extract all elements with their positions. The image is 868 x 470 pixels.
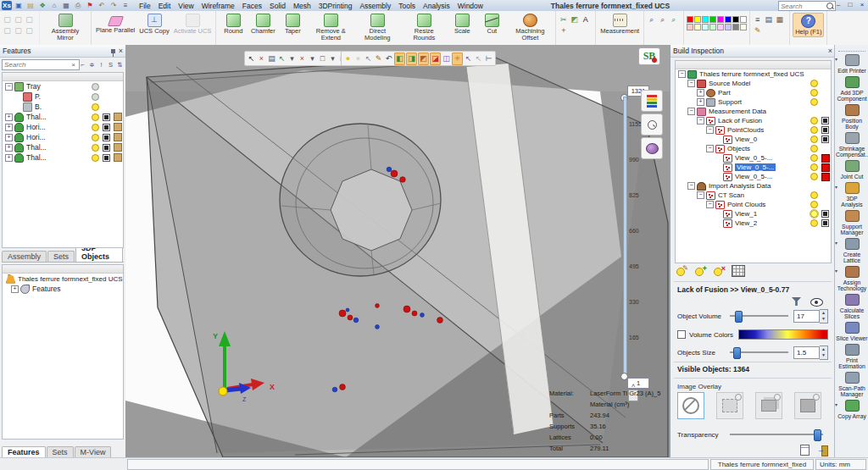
inspection-tree-item-view-1[interactable]: View_1 xyxy=(676,209,831,218)
color-swatch[interactable] xyxy=(821,154,830,163)
feature-select-icon[interactable]: ↖ xyxy=(277,53,287,64)
text-icon[interactable]: A xyxy=(581,15,590,25)
visibility-bulb-icon[interactable] xyxy=(810,201,818,208)
visibility-bulb-icon[interactable] xyxy=(810,145,818,152)
undo-icon[interactable]: ↶ xyxy=(97,1,107,10)
sidebar-handle[interactable] xyxy=(838,46,865,52)
redo-icon[interactable]: ↷ xyxy=(108,1,119,10)
color-swatch-6[interactable] xyxy=(732,16,739,23)
cut-icon[interactable]: ▢ xyxy=(25,15,34,25)
inspection-tree-item-view-0[interactable]: View_0 xyxy=(676,135,831,144)
display-mode-checkbox[interactable] xyxy=(821,210,829,218)
display-mode-checkbox[interactable] xyxy=(821,135,829,143)
sidebar-item-create-lattice[interactable]: ▾Create Lattice xyxy=(835,237,868,263)
feature-tree-item-hori[interactable]: +Hori... xyxy=(3,122,123,132)
tree-icon[interactable]: ❖ xyxy=(37,1,47,10)
ribbon-button-machining-offset[interactable]: Machining Offset xyxy=(507,13,553,42)
display-mode-checkbox[interactable] xyxy=(821,117,829,124)
undo-view-icon[interactable]: ↶ xyxy=(384,53,393,64)
menu-window[interactable]: Window xyxy=(458,2,483,10)
menu-3dprinting[interactable]: 3DPrinting xyxy=(319,2,353,10)
tab-sets[interactable]: Sets xyxy=(47,446,74,457)
expand-icon[interactable]: + xyxy=(5,113,13,121)
ribbon-button-round[interactable]: Round xyxy=(219,13,248,36)
ribbon-button-remove-extend[interactable]: Remove & Extend xyxy=(308,13,353,42)
filter-support-icon[interactable]: ◨ xyxy=(406,53,417,65)
box-select-icon[interactable]: □ xyxy=(318,53,327,64)
sidebar-item-assign-technology[interactable]: ▾Assign Technology xyxy=(835,265,868,291)
visibility-bulb-icon[interactable] xyxy=(810,163,818,171)
point-cloud-settings-button[interactable] xyxy=(641,137,663,159)
collapse-icon[interactable]: − xyxy=(678,70,686,78)
visibility-bulb-icon[interactable] xyxy=(92,113,99,121)
visibility-bulb-icon[interactable] xyxy=(92,83,99,91)
pin-icon[interactable] xyxy=(111,49,115,53)
select-cursor-icon[interactable]: ↖ xyxy=(247,53,256,64)
bulb-on-icon[interactable]: ● xyxy=(343,53,353,64)
expand-icon[interactable]: + xyxy=(11,285,19,293)
close-button[interactable]: × xyxy=(858,0,866,10)
report-icon[interactable] xyxy=(800,445,810,456)
feature-tree-item-hori[interactable]: +Hori... xyxy=(3,132,123,142)
menu-wireframe[interactable]: Wireframe xyxy=(202,2,235,10)
dropdown-icon[interactable]: ▾ xyxy=(328,53,337,64)
overlay-slice-button[interactable] xyxy=(716,392,743,419)
color-swatch-0[interactable] xyxy=(687,16,693,23)
overlay-solid-button[interactable] xyxy=(794,392,821,419)
sidebar-item-joint-cut[interactable]: Joint Cut xyxy=(835,159,868,180)
filter-funnel-icon[interactable] xyxy=(792,297,801,306)
filter-mesh-icon[interactable]: ◪ xyxy=(430,53,441,65)
visibility-eye-icon[interactable] xyxy=(810,298,823,307)
ribbon-button-resize-rounds[interactable]: Resize Rounds xyxy=(401,13,447,42)
visibility-bulb-icon[interactable] xyxy=(810,126,818,134)
objects-tree-features[interactable]: + Features xyxy=(3,284,123,294)
expand-icon[interactable]: + xyxy=(5,134,13,141)
dropdown-icon[interactable]: ▾ xyxy=(308,53,317,64)
close-panel-icon[interactable]: × xyxy=(828,47,832,55)
inspection-tree-item-pointclouds[interactable]: −PointClouds xyxy=(676,125,831,135)
color-swatch[interactable] xyxy=(821,163,830,172)
home-icon[interactable]: ⌂ xyxy=(49,1,59,10)
sidebar-item-shrinkage-compensat[interactable]: Shrinkage Compensat... xyxy=(835,131,868,158)
visibility-bulb-icon[interactable] xyxy=(810,135,818,143)
zoom-out-icon[interactable]: ⌕ xyxy=(658,15,667,25)
show-only-icon[interactable]: ↖ xyxy=(364,53,373,64)
color-swatch-3[interactable] xyxy=(709,16,716,23)
inspection-tree-item-support[interactable]: +Support xyxy=(676,97,831,107)
copy-icon[interactable]: ▢ xyxy=(14,15,23,25)
object-box-icon[interactable] xyxy=(114,153,122,162)
visibility-bulb-icon[interactable] xyxy=(810,98,818,106)
volume-colors-checkbox[interactable] xyxy=(677,330,686,339)
texture-icon[interactable]: ▦ xyxy=(775,15,784,25)
view-layers-button[interactable] xyxy=(641,90,663,112)
inspection-tree-item-import-analysis-data[interactable]: −Import Analysis Data xyxy=(676,181,831,191)
edit-visibility-button[interactable]: ✎ xyxy=(676,266,687,277)
print-icon[interactable]: ⎙ xyxy=(73,1,83,10)
display-mode-checkbox[interactable] xyxy=(103,144,110,152)
save-icon[interactable]: ▣ xyxy=(14,1,24,10)
undo-icon[interactable]: ▢ xyxy=(14,26,23,36)
inspection-tree-item-view-0-5[interactable]: View_0_5-... xyxy=(676,163,831,172)
paste-icon[interactable]: ▢ xyxy=(3,15,12,25)
notebook-icon[interactable]: ▤ xyxy=(267,53,276,64)
color-swatch-14[interactable] xyxy=(732,24,739,30)
line-style-icon[interactable]: ≡ xyxy=(753,15,762,25)
window-icon[interactable]: ▦ xyxy=(61,1,71,10)
display-mode-checkbox[interactable] xyxy=(103,124,110,131)
inspection-tree-item-part[interactable]: +Part xyxy=(676,88,831,97)
sb-stamp-badge[interactable]: SB xyxy=(638,47,660,65)
visibility-bulb-icon[interactable] xyxy=(92,103,99,111)
inspection-tree-item-objects[interactable]: −Objects xyxy=(676,144,831,153)
feature-tree-item-thal[interactable]: +Thal... xyxy=(3,142,123,152)
inspection-tree-item-lack-of-fusion[interactable]: −Lack of Fusion xyxy=(676,116,831,125)
ribbon-button-assembly-mirror[interactable]: Assembly Mirror xyxy=(42,13,88,42)
tab-assembly[interactable]: Assembly xyxy=(2,251,47,262)
color-swatch-13[interactable] xyxy=(725,24,732,30)
pick-icon[interactable]: ↖ xyxy=(464,53,473,64)
collapse-icon[interactable]: − xyxy=(687,108,695,115)
filter-part-icon[interactable]: ◧ xyxy=(394,53,405,65)
collapse-icon[interactable]: − xyxy=(697,117,704,124)
menu-solid[interactable]: Solid xyxy=(270,2,286,10)
slider-thumb[interactable] xyxy=(814,429,821,441)
inspection-tree-item-point-clouds[interactable]: −Point Clouds xyxy=(676,200,831,209)
